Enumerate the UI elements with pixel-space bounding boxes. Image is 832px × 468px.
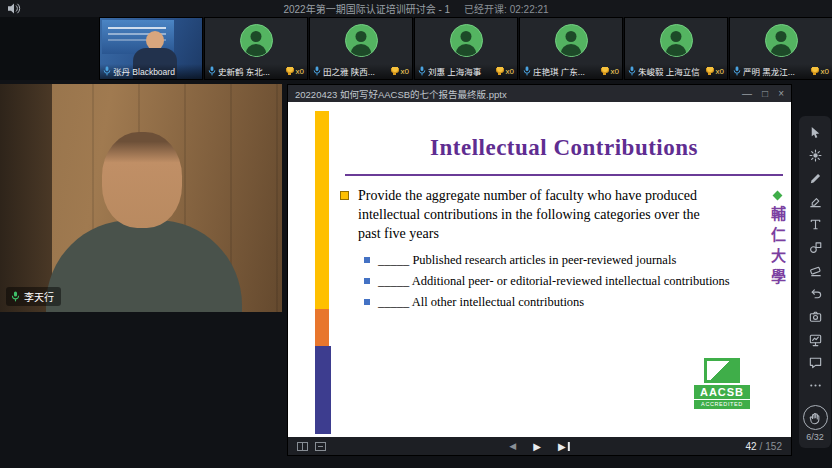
- participant-name-row: 田之雅 陕西... x0: [310, 64, 412, 79]
- participant-name: 朱峻毅 上海立信: [638, 65, 704, 77]
- pencil-icon[interactable]: [802, 167, 828, 190]
- title-underline: [345, 174, 783, 176]
- aacsb-logo-name: AACSB: [694, 385, 750, 399]
- tool-rail: 6/32: [799, 116, 831, 448]
- aacsb-logo-sub: ACCREDITED: [694, 399, 750, 409]
- trophy-icon: [496, 67, 504, 75]
- bullet-marker: [340, 191, 349, 200]
- participant-name: 张丹 Blackboard: [113, 65, 199, 77]
- participant-thumb[interactable]: 庄艳琪 广东... x0: [519, 17, 623, 80]
- university-mark: 輔仁大學: [767, 192, 788, 290]
- shapes-icon[interactable]: [802, 236, 828, 259]
- next-page-button[interactable]: ▶: [558, 441, 570, 452]
- microphone-icon: [208, 66, 216, 76]
- main-speaker-video[interactable]: 李天行: [0, 84, 282, 312]
- participant-thumb[interactable]: 严明 黑龙江... x0: [729, 17, 832, 80]
- presentation-titlebar[interactable]: 20220423 如何写好AACSB的七个报告最终版.pptx — □ ×: [288, 85, 791, 102]
- minimize-button[interactable]: —: [742, 89, 752, 99]
- sub-bullet-text: _____ Additional peer- or editorial-revi…: [378, 272, 730, 290]
- participant-video-thumb[interactable]: 张丹 Blackboard: [99, 17, 203, 80]
- hand-count: 6/32: [806, 432, 824, 442]
- participant-thumb[interactable]: 朱峻毅 上海立信 x0: [624, 17, 728, 80]
- avatar: [660, 24, 693, 57]
- more-tools-icon[interactable]: [802, 374, 828, 397]
- microphone-icon: [628, 66, 636, 76]
- participant-name: 庄艳琪 广东...: [533, 65, 599, 77]
- participant-name-row: 严明 黑龙江... x0: [730, 64, 832, 79]
- trophy-score: x0: [286, 67, 304, 76]
- avatar: [240, 24, 273, 57]
- sub-bullet: _____ All other intellectual contributio…: [364, 293, 730, 311]
- elapsed-time: 已经开课: 02:22:21: [464, 1, 548, 16]
- slide[interactable]: Intellectual Contributions Provide the a…: [288, 102, 791, 437]
- participant-name: 刘惠 上海海事: [428, 65, 494, 77]
- presentation-window: 20220423 如何写好AACSB的七个报告最终版.pptx — □ × In…: [287, 84, 792, 456]
- slide-accent-indigo: [315, 346, 331, 434]
- speaker-icon[interactable]: [8, 3, 21, 14]
- participant-name-row: 史新鹤 东北... x0: [205, 64, 307, 79]
- camera-icon[interactable]: [802, 305, 828, 328]
- raise-hand-button[interactable]: [803, 405, 828, 430]
- annotate-view-icon[interactable]: [315, 442, 326, 451]
- presentation-filename: 20220423 如何写好AACSB的七个报告最终版.pptx: [295, 87, 507, 101]
- microphone-icon: [523, 66, 531, 76]
- aacsb-logo-icon: [704, 358, 740, 383]
- participant-thumb[interactable]: 史新鹤 东北... x0: [204, 17, 308, 80]
- speaker-name-label: 李天行: [6, 287, 61, 306]
- topbar: 2022年第一期国际认证培训研讨会 - 1 已经开课: 02:22:21: [0, 0, 832, 17]
- maximize-button[interactable]: □: [762, 89, 768, 99]
- avatar: [345, 24, 378, 57]
- participant-name-row: 刘惠 上海海事 x0: [415, 64, 517, 79]
- strip-spacer: [0, 17, 99, 80]
- slide-nav: ◀ ▶ ▶: [509, 441, 569, 452]
- slide-accent-yellow: [315, 111, 329, 309]
- microphone-icon: [418, 66, 426, 76]
- meeting-title: 2022年第一期国际认证培训研讨会 - 1: [283, 1, 450, 16]
- microphone-icon: [103, 66, 111, 76]
- prev-page-button[interactable]: ◀: [509, 441, 516, 451]
- microphone-icon: [313, 66, 321, 76]
- presentation-bottombar: ◀ ▶ ▶ 42 / 152: [288, 437, 791, 455]
- participant-name: 田之雅 陕西...: [323, 65, 389, 77]
- microphone-icon: [11, 291, 20, 302]
- avatar: [450, 24, 483, 57]
- close-button[interactable]: ×: [778, 89, 784, 99]
- participant-thumb[interactable]: 田之雅 陕西... x0: [309, 17, 413, 80]
- fju-logo-icon: [773, 191, 783, 201]
- participant-name-row: 朱峻毅 上海立信 x0: [625, 64, 727, 79]
- avatar: [765, 24, 798, 57]
- select-cursor-icon[interactable]: [802, 121, 828, 144]
- slide-accent-orange: [315, 309, 329, 346]
- participant-name-row: 庄艳琪 广东... x0: [520, 64, 622, 79]
- sub-bullet-marker: [364, 278, 370, 284]
- eraser-icon[interactable]: [802, 259, 828, 282]
- sub-bullet: _____ Published research articles in pee…: [364, 251, 730, 269]
- sub-bullet-text: _____ All other intellectual contributio…: [378, 293, 730, 311]
- sub-bullet-marker: [364, 299, 370, 305]
- raise-hand-icon: [808, 411, 822, 425]
- slide-sub-bullets: _____ Published research articles in pee…: [364, 251, 730, 314]
- slide-bullet-text: Provide the aggregate number of faculty …: [358, 186, 703, 243]
- background-decor: [0, 84, 52, 312]
- participant-strip: 张丹 Blackboard 史新鹤 东北... x0 田之雅 陕西... x0: [0, 17, 832, 80]
- text-tool-icon[interactable]: [802, 213, 828, 236]
- trophy-icon: [811, 67, 819, 75]
- whiteboard-icon[interactable]: [802, 328, 828, 351]
- chat-icon[interactable]: [802, 351, 828, 374]
- trophy-icon: [706, 67, 714, 75]
- avatar: [555, 24, 588, 57]
- participant-name: 严明 黑龙江...: [743, 65, 809, 77]
- participant-thumb[interactable]: 刘惠 上海海事 x0: [414, 17, 518, 80]
- sub-bullet: _____ Additional peer- or editorial-revi…: [364, 272, 730, 290]
- page-indicator: 42 / 152: [745, 441, 782, 452]
- sub-bullet-marker: [364, 257, 370, 263]
- grid-view-icon[interactable]: [297, 442, 308, 451]
- laser-pointer-icon[interactable]: [802, 144, 828, 167]
- speaker-silhouette: [46, 220, 242, 312]
- undo-icon[interactable]: [802, 282, 828, 305]
- play-button[interactable]: ▶: [533, 441, 541, 452]
- highlighter-icon[interactable]: [802, 190, 828, 213]
- trophy-score: x0: [811, 67, 829, 76]
- trophy-icon: [286, 67, 294, 75]
- trophy-icon: [391, 67, 399, 75]
